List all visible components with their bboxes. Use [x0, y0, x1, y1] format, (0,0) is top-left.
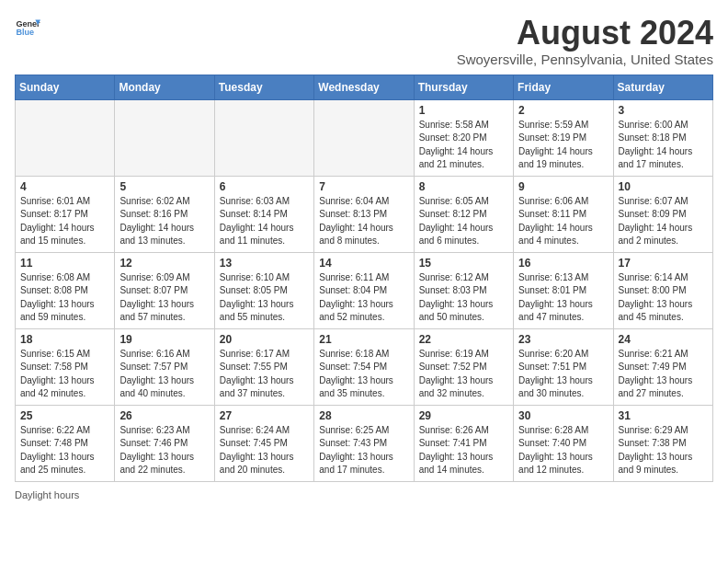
table-row — [115, 99, 214, 176]
table-row: 30Sunrise: 6:28 AM Sunset: 7:40 PM Dayli… — [514, 405, 613, 481]
table-row: 6Sunrise: 6:03 AM Sunset: 8:14 PM Daylig… — [214, 176, 313, 252]
table-row: 20Sunrise: 6:17 AM Sunset: 7:55 PM Dayli… — [214, 328, 313, 405]
col-sunday: Sunday — [16, 75, 115, 99]
day-info: Sunrise: 6:10 AM Sunset: 8:05 PM Dayligh… — [220, 271, 309, 325]
day-number: 14 — [319, 257, 408, 270]
day-number: 7 — [319, 180, 408, 193]
day-number: 3 — [619, 104, 708, 117]
calendar-week-row: 1Sunrise: 5:58 AM Sunset: 8:20 PM Daylig… — [16, 99, 713, 176]
day-info: Sunrise: 6:14 AM Sunset: 8:00 PM Dayligh… — [619, 271, 708, 325]
day-number: 31 — [619, 409, 708, 422]
table-row: 9Sunrise: 6:06 AM Sunset: 8:11 PM Daylig… — [514, 176, 613, 252]
day-info: Sunrise: 6:04 AM Sunset: 8:13 PM Dayligh… — [319, 195, 408, 248]
day-info: Sunrise: 6:24 AM Sunset: 7:45 PM Dayligh… — [220, 424, 309, 477]
day-info: Sunrise: 6:21 AM Sunset: 7:49 PM Dayligh… — [619, 348, 708, 401]
day-info: Sunrise: 6:15 AM Sunset: 7:58 PM Dayligh… — [20, 348, 109, 401]
logo: General Blue — [15, 15, 40, 40]
day-number: 20 — [220, 333, 309, 346]
day-info: Sunrise: 6:25 AM Sunset: 7:43 PM Dayligh… — [319, 424, 408, 477]
table-row: 22Sunrise: 6:19 AM Sunset: 7:52 PM Dayli… — [414, 328, 513, 405]
day-number: 16 — [518, 257, 608, 270]
day-info: Sunrise: 6:22 AM Sunset: 7:48 PM Dayligh… — [20, 424, 109, 477]
day-number: 8 — [419, 180, 508, 193]
table-row: 12Sunrise: 6:09 AM Sunset: 8:07 PM Dayli… — [115, 252, 214, 328]
table-row: 14Sunrise: 6:11 AM Sunset: 8:04 PM Dayli… — [314, 252, 414, 328]
calendar-table: Sunday Monday Tuesday Wednesday Thursday… — [15, 75, 713, 482]
table-row: 1Sunrise: 5:58 AM Sunset: 8:20 PM Daylig… — [414, 99, 513, 176]
table-row: 13Sunrise: 6:10 AM Sunset: 8:05 PM Dayli… — [214, 252, 313, 328]
day-info: Sunrise: 6:20 AM Sunset: 7:51 PM Dayligh… — [518, 348, 608, 401]
day-number: 21 — [319, 333, 408, 346]
day-info: Sunrise: 6:06 AM Sunset: 8:11 PM Dayligh… — [518, 195, 608, 248]
col-tuesday: Tuesday — [214, 75, 313, 99]
day-number: 9 — [518, 180, 608, 193]
day-info: Sunrise: 6:09 AM Sunset: 8:07 PM Dayligh… — [119, 271, 209, 325]
table-row — [16, 99, 115, 176]
table-row: 17Sunrise: 6:14 AM Sunset: 8:00 PM Dayli… — [613, 252, 712, 328]
table-row: 16Sunrise: 6:13 AM Sunset: 8:01 PM Dayli… — [514, 252, 613, 328]
day-info: Sunrise: 6:00 AM Sunset: 8:18 PM Dayligh… — [619, 119, 708, 172]
day-number: 12 — [119, 257, 209, 270]
table-row: 26Sunrise: 6:23 AM Sunset: 7:46 PM Dayli… — [115, 405, 214, 481]
table-row: 24Sunrise: 6:21 AM Sunset: 7:49 PM Dayli… — [613, 328, 712, 405]
table-row: 18Sunrise: 6:15 AM Sunset: 7:58 PM Dayli… — [16, 328, 115, 405]
col-monday: Monday — [115, 75, 214, 99]
day-info: Sunrise: 6:12 AM Sunset: 8:03 PM Dayligh… — [419, 271, 508, 325]
table-row: 19Sunrise: 6:16 AM Sunset: 7:57 PM Dayli… — [115, 328, 214, 405]
table-row: 29Sunrise: 6:26 AM Sunset: 7:41 PM Dayli… — [414, 405, 513, 481]
page-header: General Blue August 2024 Swoyersville, P… — [15, 15, 713, 67]
day-number: 4 — [20, 180, 109, 193]
day-info: Sunrise: 6:28 AM Sunset: 7:40 PM Dayligh… — [518, 424, 608, 477]
footer-note: Daylight hours — [15, 489, 713, 500]
day-info: Sunrise: 6:03 AM Sunset: 8:14 PM Dayligh… — [220, 195, 309, 248]
table-row: 7Sunrise: 6:04 AM Sunset: 8:13 PM Daylig… — [314, 176, 414, 252]
table-row: 3Sunrise: 6:00 AM Sunset: 8:18 PM Daylig… — [613, 99, 712, 176]
day-info: Sunrise: 6:11 AM Sunset: 8:04 PM Dayligh… — [319, 271, 408, 325]
table-row: 31Sunrise: 6:29 AM Sunset: 7:38 PM Dayli… — [613, 405, 712, 481]
day-number: 10 — [619, 180, 708, 193]
day-info: Sunrise: 6:13 AM Sunset: 8:01 PM Dayligh… — [518, 271, 608, 325]
day-info: Sunrise: 6:29 AM Sunset: 7:38 PM Dayligh… — [619, 424, 708, 477]
day-number: 30 — [518, 409, 608, 422]
day-number: 18 — [20, 333, 109, 346]
calendar-week-row: 11Sunrise: 6:08 AM Sunset: 8:08 PM Dayli… — [16, 252, 713, 328]
day-info: Sunrise: 6:05 AM Sunset: 8:12 PM Dayligh… — [419, 195, 508, 248]
day-info: Sunrise: 6:23 AM Sunset: 7:46 PM Dayligh… — [119, 424, 209, 477]
day-number: 26 — [119, 409, 209, 422]
svg-text:Blue: Blue — [16, 28, 34, 37]
day-number: 15 — [419, 257, 508, 270]
day-number: 22 — [419, 333, 508, 346]
day-number: 13 — [220, 257, 309, 270]
day-info: Sunrise: 5:59 AM Sunset: 8:19 PM Dayligh… — [518, 119, 608, 172]
day-number: 6 — [220, 180, 309, 193]
col-saturday: Saturday — [613, 75, 712, 99]
table-row: 25Sunrise: 6:22 AM Sunset: 7:48 PM Dayli… — [16, 405, 115, 481]
day-number: 24 — [619, 333, 708, 346]
day-info: Sunrise: 5:58 AM Sunset: 8:20 PM Dayligh… — [419, 119, 508, 172]
table-row — [214, 99, 313, 176]
location-subtitle: Swoyersville, Pennsylvania, United State… — [457, 52, 713, 67]
table-row: 11Sunrise: 6:08 AM Sunset: 8:08 PM Dayli… — [16, 252, 115, 328]
table-row: 2Sunrise: 5:59 AM Sunset: 8:19 PM Daylig… — [514, 99, 613, 176]
day-number: 5 — [119, 180, 209, 193]
title-block: August 2024 Swoyersville, Pennsylvania, … — [457, 15, 713, 67]
day-info: Sunrise: 6:19 AM Sunset: 7:52 PM Dayligh… — [419, 348, 508, 401]
day-number: 19 — [119, 333, 209, 346]
day-number: 1 — [419, 104, 508, 117]
table-row: 21Sunrise: 6:18 AM Sunset: 7:54 PM Dayli… — [314, 328, 414, 405]
day-number: 2 — [518, 104, 608, 117]
day-info: Sunrise: 6:08 AM Sunset: 8:08 PM Dayligh… — [20, 271, 109, 325]
table-row: 10Sunrise: 6:07 AM Sunset: 8:09 PM Dayli… — [613, 176, 712, 252]
day-info: Sunrise: 6:26 AM Sunset: 7:41 PM Dayligh… — [419, 424, 508, 477]
logo-icon: General Blue — [15, 15, 40, 40]
table-row: 27Sunrise: 6:24 AM Sunset: 7:45 PM Dayli… — [214, 405, 313, 481]
day-number: 27 — [220, 409, 309, 422]
day-number: 23 — [518, 333, 608, 346]
col-friday: Friday — [514, 75, 613, 99]
day-number: 11 — [20, 257, 109, 270]
table-row — [314, 99, 414, 176]
table-row: 28Sunrise: 6:25 AM Sunset: 7:43 PM Dayli… — [314, 405, 414, 481]
col-thursday: Thursday — [414, 75, 513, 99]
table-row: 15Sunrise: 6:12 AM Sunset: 8:03 PM Dayli… — [414, 252, 513, 328]
calendar-week-row: 4Sunrise: 6:01 AM Sunset: 8:17 PM Daylig… — [16, 176, 713, 252]
